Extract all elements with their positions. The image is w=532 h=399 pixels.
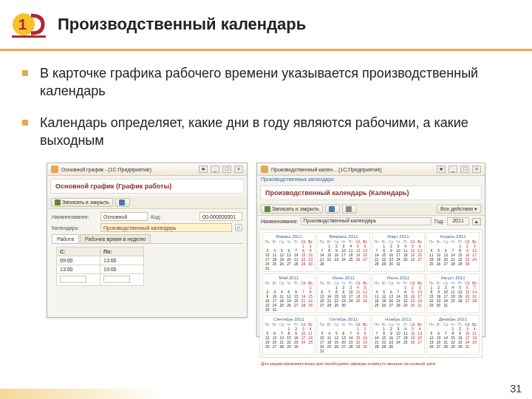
table-row	[57, 274, 144, 286]
month-name: Июнь 2011	[318, 275, 369, 281]
calendar-day[interactable]: 31	[395, 262, 402, 266]
calendar-day[interactable]: 29	[332, 303, 340, 307]
slide-body: В карточке графика рабочего времени указ…	[0, 51, 532, 350]
calendar-day[interactable]: 30	[387, 262, 395, 266]
calendar-day[interactable]: 29	[402, 303, 409, 307]
save-and-close-button[interactable]: Записать и закрыть	[261, 205, 323, 214]
calendar-day[interactable]: 29	[285, 344, 293, 349]
maximize-button[interactable]: □	[460, 166, 469, 173]
calendar-day[interactable]: 30	[264, 307, 271, 312]
logo-1c: 1	[10, 6, 47, 43]
save-button[interactable]	[115, 198, 130, 207]
calendar-day[interactable]: 28	[318, 262, 326, 266]
cell-from[interactable]	[57, 274, 100, 286]
calendar-day[interactable]: 31	[264, 266, 271, 270]
lookup-button[interactable]: ⌕	[235, 224, 242, 231]
year-field[interactable]: 2011	[447, 217, 469, 225]
calendar-day[interactable]: 31	[271, 307, 279, 312]
calendar-day[interactable]: 30	[340, 303, 347, 307]
calendar-day[interactable]: 30	[435, 303, 443, 307]
month-name: Декабрь 2011	[428, 316, 478, 322]
cell-from[interactable]: 09:00	[57, 256, 100, 265]
calendar-day[interactable]: 28	[326, 303, 333, 307]
window-title: Основной график - (1С:Предприятие)	[61, 167, 151, 172]
calendar-day[interactable]: 31	[442, 303, 449, 307]
calendar-label: Календарь:	[52, 225, 98, 231]
breadcrumb[interactable]: Производственные календари	[257, 176, 485, 183]
calendar-day[interactable]: 26	[435, 262, 443, 266]
month: Апрель 2011ПнВтСрЧтПтСбВс 12345678910111…	[426, 232, 480, 272]
calendar-day[interactable]: 30	[409, 303, 417, 307]
page-number: 31	[510, 383, 522, 395]
footer-hint: Для редактирования вида дня необходимо д…	[257, 360, 485, 367]
name-field[interactable]: Основной график	[100, 212, 148, 221]
calendar-day[interactable]: 28	[395, 303, 402, 307]
month: Июнь 2011ПнВтСрЧтПтСбВс 1234567891011121…	[317, 273, 370, 313]
calendar-day[interactable]: 27	[318, 303, 326, 307]
calendar-day[interactable]: 27	[442, 262, 449, 266]
calendar-day[interactable]: 25	[373, 303, 381, 307]
save-button[interactable]	[325, 205, 340, 214]
svg-rect-2	[12, 35, 46, 38]
calendar-day[interactable]: 29	[381, 262, 388, 266]
schedule-table: С:По: 09:0013:00 13:0019:00	[56, 247, 144, 286]
calendar-day[interactable]: 30	[387, 344, 395, 349]
month: Февраль 2011ПнВтСрЧтПтСбВс 1234567891011…	[317, 232, 370, 272]
close-button[interactable]: ×	[234, 166, 243, 173]
screenshot-row: Основной график - (1С:Предприятие) ★ _ □…	[22, 163, 510, 337]
cell-to[interactable]: 19:00	[100, 265, 144, 274]
calendar-day[interactable]: 26	[264, 344, 271, 349]
calendar-day[interactable]: 29	[428, 303, 435, 307]
calendar-day[interactable]: 28	[278, 344, 285, 349]
window-schedule: Основной график - (1С:Предприятие) ★ _ □…	[47, 163, 248, 318]
tab-weektime[interactable]: Рабочее время в неделю	[80, 234, 151, 243]
actions-button[interactable]: Все действия ▾	[437, 205, 481, 214]
calendar-day[interactable]: 30	[457, 344, 464, 349]
slide-header: 1 Производственный календарь	[0, 0, 532, 51]
year-bar: Наименование: Производственный календарь…	[257, 216, 485, 227]
cell-to[interactable]	[100, 274, 144, 286]
calendar-day[interactable]: 28	[373, 262, 381, 266]
calendar-day[interactable]: 25	[428, 262, 435, 266]
cell-from[interactable]: 13:00	[57, 265, 100, 274]
favorite-button[interactable]: ★	[199, 166, 208, 173]
code-label: Код:	[151, 214, 197, 219]
calendar-day[interactable]: 28	[449, 262, 457, 266]
table-row: 13:0019:00	[57, 265, 144, 274]
save-and-close-button[interactable]: Записать и закрыть	[51, 198, 113, 207]
calendar-day[interactable]: 26	[428, 344, 435, 349]
minimize-button[interactable]: _	[449, 166, 457, 173]
minimize-button[interactable]: _	[211, 166, 219, 173]
calendar-field[interactable]: Производственный календарь	[100, 223, 232, 232]
form-area: Наименование: Основной график Код: 00-00…	[47, 209, 247, 292]
close-button[interactable]: ×	[472, 166, 481, 173]
calendar-day[interactable]: 28	[373, 344, 381, 349]
calendar-day[interactable]: 27	[271, 344, 279, 349]
calendar-day[interactable]: 28	[442, 344, 449, 349]
favorite-button[interactable]: ★	[437, 166, 446, 173]
name-field[interactable]: Производственный календарь	[301, 217, 431, 225]
calendar-day[interactable]: 29	[449, 344, 457, 349]
print-button[interactable]	[342, 205, 357, 214]
calendar-day[interactable]: 29	[457, 262, 464, 266]
calendar-day[interactable]: 29	[381, 344, 388, 349]
calendar-day[interactable]: 30	[464, 262, 471, 266]
app-icon	[51, 166, 58, 173]
calendar-day[interactable]: 26	[381, 303, 388, 307]
toolbar: Записать и закрыть Все действия ▾	[257, 203, 485, 216]
calendar-day[interactable]: 30	[293, 344, 300, 349]
month: Январь 2011ПнВтСрЧтПтСбВс 12345678910111…	[262, 232, 316, 272]
year-spinner[interactable]: ▴	[472, 218, 481, 225]
svg-text:1: 1	[18, 16, 27, 33]
calendar-day[interactable]: 31	[416, 303, 423, 307]
calendar-day[interactable]: 27	[387, 303, 395, 307]
month: Декабрь 2011ПнВтСрЧтПтСбВс 1234567891011…	[426, 315, 480, 355]
calendar-day[interactable]: 31	[464, 344, 471, 349]
titlebar: Производственный кален... (1С:Предприяти…	[257, 163, 485, 176]
maximize-button[interactable]: □	[222, 166, 231, 173]
calendar-day[interactable]: 31	[318, 349, 326, 353]
calendar-day[interactable]: 27	[435, 344, 443, 349]
cell-to[interactable]: 13:00	[100, 256, 144, 265]
code-field[interactable]: 00-000000001	[200, 212, 242, 221]
tab-work[interactable]: Работа	[52, 234, 79, 243]
